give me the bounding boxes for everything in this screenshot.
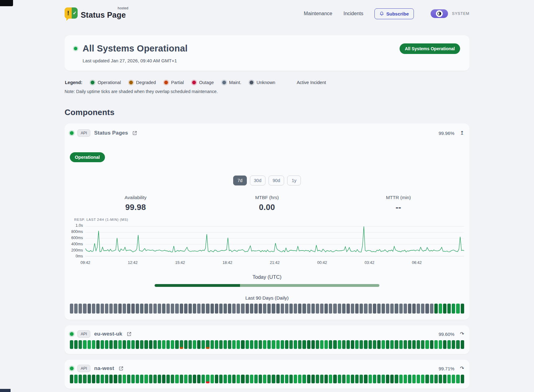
uptime-day-tick[interactable] xyxy=(276,340,280,349)
uptime-day-tick[interactable] xyxy=(329,340,332,349)
uptime-day-tick[interactable] xyxy=(324,375,328,383)
uptime-day-tick[interactable] xyxy=(210,340,214,349)
uptime-day-tick[interactable] xyxy=(101,340,104,349)
uptime-day-tick[interactable] xyxy=(377,375,381,383)
uptime-day-tick[interactable] xyxy=(452,375,455,383)
uptime-day-tick[interactable] xyxy=(430,340,433,349)
uptime-day-tick[interactable] xyxy=(329,304,332,314)
uptime-day-tick[interactable] xyxy=(254,375,258,383)
uptime-day-tick[interactable] xyxy=(232,340,236,349)
uptime-day-tick[interactable] xyxy=(127,340,130,349)
range-button-7d[interactable]: 7d xyxy=(233,176,247,185)
uptime-day-tick[interactable] xyxy=(254,304,258,314)
uptime-day-tick[interactable] xyxy=(386,375,389,383)
uptime-day-tick[interactable] xyxy=(333,340,337,349)
uptime-day-tick[interactable] xyxy=(228,375,231,383)
subscribe-button[interactable]: Subscribe xyxy=(374,8,414,19)
uptime-day-tick[interactable] xyxy=(430,304,433,314)
uptime-day-tick[interactable] xyxy=(88,375,91,383)
uptime-day-tick[interactable] xyxy=(175,304,179,314)
uptime-day-tick[interactable] xyxy=(206,375,209,383)
uptime-day-tick[interactable] xyxy=(443,304,446,314)
uptime-day-tick[interactable] xyxy=(369,340,372,349)
uptime-day-tick[interactable] xyxy=(395,375,398,383)
uptime-day-tick[interactable] xyxy=(386,340,389,349)
uptime-day-tick[interactable] xyxy=(267,375,271,383)
uptime-day-tick[interactable] xyxy=(188,304,192,314)
range-button-30d[interactable]: 30d xyxy=(250,176,265,185)
uptime-day-tick[interactable] xyxy=(412,375,416,383)
uptime-day-tick[interactable] xyxy=(153,304,157,314)
uptime-day-tick[interactable] xyxy=(237,340,240,349)
uptime-day-tick[interactable] xyxy=(118,304,122,314)
uptime-day-tick[interactable] xyxy=(246,304,249,314)
uptime-day-tick[interactable] xyxy=(351,304,354,314)
uptime-day-tick[interactable] xyxy=(298,340,301,349)
uptime-day-tick[interactable] xyxy=(307,375,310,383)
uptime-day-tick[interactable] xyxy=(201,304,205,314)
uptime-day-tick[interactable] xyxy=(360,304,363,314)
uptime-day-tick[interactable] xyxy=(417,375,420,383)
uptime-day-tick[interactable] xyxy=(351,340,354,349)
uptime-day-tick[interactable] xyxy=(224,375,227,383)
uptime-day-tick[interactable] xyxy=(237,375,240,383)
uptime-day-tick[interactable] xyxy=(311,375,315,383)
uptime-day-tick[interactable] xyxy=(434,304,438,314)
uptime-day-tick[interactable] xyxy=(272,340,275,349)
uptime-day-tick[interactable] xyxy=(263,375,266,383)
uptime-day-tick[interactable] xyxy=(105,340,108,349)
uptime-day-tick[interactable] xyxy=(92,340,95,349)
uptime-day-tick[interactable] xyxy=(127,304,130,314)
uptime-day-tick[interactable] xyxy=(193,340,196,349)
uptime-day-tick[interactable] xyxy=(136,375,139,383)
uptime-day-tick[interactable] xyxy=(180,304,183,314)
uptime-day-tick[interactable] xyxy=(298,304,301,314)
uptime-day-tick[interactable] xyxy=(74,375,78,383)
uptime-day-tick[interactable] xyxy=(96,304,100,314)
uptime-day-tick[interactable] xyxy=(355,375,359,383)
uptime-day-tick[interactable] xyxy=(206,340,209,349)
uptime-day-tick[interactable] xyxy=(140,304,143,314)
uptime-day-tick[interactable] xyxy=(404,375,407,383)
uptime-day-tick[interactable] xyxy=(166,375,170,383)
uptime-day-tick[interactable] xyxy=(294,340,297,349)
uptime-day-tick[interactable] xyxy=(105,375,108,383)
uptime-day-tick[interactable] xyxy=(302,304,306,314)
uptime-day-tick[interactable] xyxy=(88,340,91,349)
uptime-day-tick[interactable] xyxy=(443,340,446,349)
nav-incidents[interactable]: Incidents xyxy=(343,11,363,16)
uptime-day-tick[interactable] xyxy=(232,375,236,383)
uptime-day-tick[interactable] xyxy=(320,340,324,349)
uptime-day-tick[interactable] xyxy=(224,340,227,349)
uptime-day-tick[interactable] xyxy=(162,304,165,314)
uptime-day-tick[interactable] xyxy=(70,340,73,349)
external-link-icon[interactable] xyxy=(119,366,124,371)
component-header[interactable]: API na-west 99.71% ↷ xyxy=(70,365,464,372)
uptime-day-tick[interactable] xyxy=(149,304,152,314)
uptime-day-tick[interactable] xyxy=(127,375,130,383)
uptime-day-tick[interactable] xyxy=(408,375,411,383)
uptime-day-tick[interactable] xyxy=(241,304,244,314)
uptime-day-tick[interactable] xyxy=(215,375,218,383)
uptime-day-tick[interactable] xyxy=(131,375,135,383)
uptime-day-tick[interactable] xyxy=(109,304,113,314)
uptime-day-tick[interactable] xyxy=(316,340,319,349)
uptime-day-tick[interactable] xyxy=(447,340,451,349)
uptime-day-tick[interactable] xyxy=(215,304,218,314)
uptime-day-tick[interactable] xyxy=(364,304,367,314)
uptime-day-tick[interactable] xyxy=(88,304,91,314)
uptime-day-tick[interactable] xyxy=(342,304,346,314)
uptime-day-tick[interactable] xyxy=(171,304,174,314)
uptime-day-tick[interactable] xyxy=(456,340,459,349)
uptime-day-tick[interactable] xyxy=(430,375,433,383)
uptime-day-tick[interactable] xyxy=(399,375,403,383)
uptime-day-tick[interactable] xyxy=(294,375,297,383)
uptime-day-tick[interactable] xyxy=(267,340,271,349)
uptime-day-tick[interactable] xyxy=(439,340,442,349)
uptime-day-tick[interactable] xyxy=(373,304,376,314)
nav-maintenance[interactable]: Maintenance xyxy=(304,11,333,16)
uptime-day-tick[interactable] xyxy=(96,375,100,383)
uptime-day-tick[interactable] xyxy=(333,375,337,383)
uptime-day-tick[interactable] xyxy=(96,340,100,349)
uptime-day-tick[interactable] xyxy=(219,304,223,314)
